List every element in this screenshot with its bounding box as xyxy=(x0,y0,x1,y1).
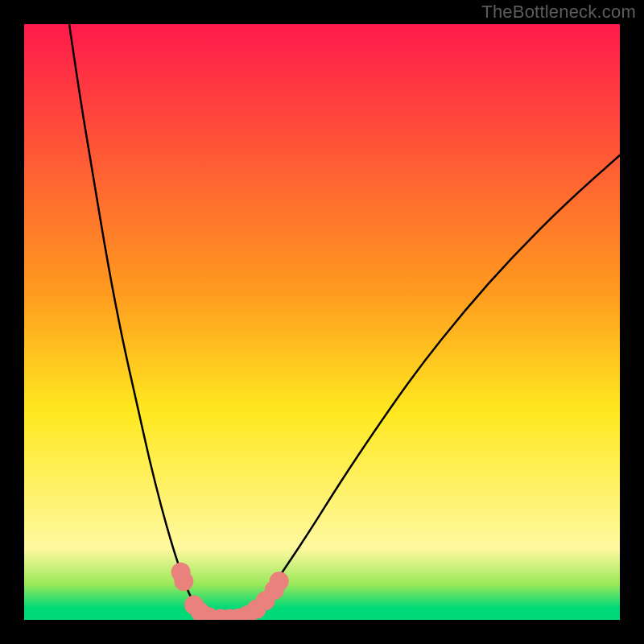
gradient-background xyxy=(24,24,620,620)
watermark-text: TheBottleneck.com xyxy=(481,2,636,23)
plot-area xyxy=(24,24,620,620)
highlighted-markers-pt-12 xyxy=(270,572,289,591)
chart-frame: TheBottleneck.com xyxy=(0,0,644,644)
highlighted-markers-pt-1 xyxy=(174,572,193,591)
chart-svg xyxy=(24,24,620,620)
